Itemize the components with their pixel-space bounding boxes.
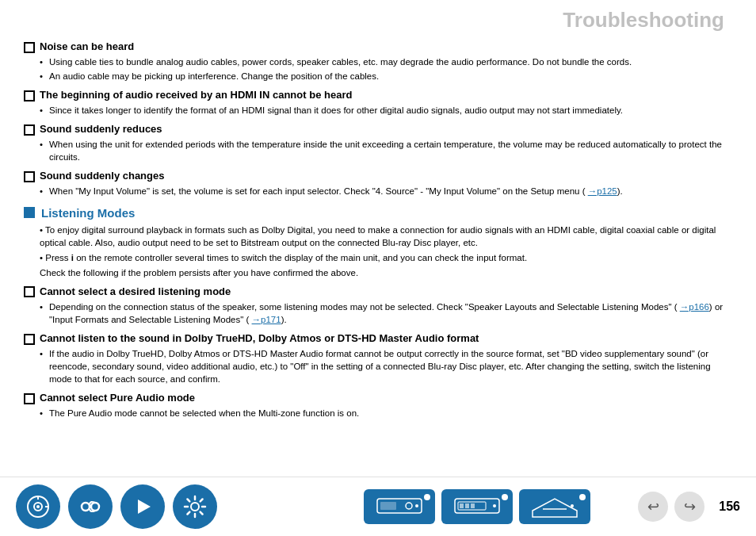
section-pure-bullets: The Pure Audio mode cannot be selected w… [24,407,732,419]
link-p171[interactable]: →p171 [252,315,281,324]
dot-indicator [579,494,586,500]
svg-rect-8 [380,502,396,510]
svg-marker-17 [533,499,577,517]
page-number: 156 [719,500,740,514]
section-listening-title: Listening Modes [41,206,135,220]
section-select-title: Cannot select a desired listening mode [40,285,231,297]
footer-nav: ↩ ↪ 156 [638,492,740,522]
listening-body-2: • Press i on the remote controller sever… [24,251,732,264]
section-dolby-bullets: If the audio in Dolby TrueHD, Dolby Atmo… [24,347,732,385]
checkbox-icon-dolby [24,334,35,345]
listening-body-3: Check the following if the problem persi… [24,266,732,279]
page-container: Troubleshooting Noise can be heard Using… [0,0,756,536]
svg-point-3 [82,503,90,511]
svg-rect-14 [465,503,469,508]
section-listening-header: Listening Modes [24,206,732,220]
listening-body-1: • To enjoy digital surround playback in … [24,224,732,249]
settings-icon[interactable] [173,484,217,529]
section-select-bullets: Depending on the connection status of th… [24,301,732,326]
svg-point-6 [191,503,199,511]
svg-point-2 [36,505,40,508]
bullet-item: Depending on the connection status of th… [40,301,732,326]
footer-icons-left [16,484,217,529]
bullet-item: If the audio in Dolby TrueHD, Dolby Atmo… [40,347,732,385]
connect-icon[interactable] [68,484,113,529]
section-hdmi-header: The beginning of audio received by an HD… [24,89,732,101]
svg-rect-15 [471,503,475,508]
play-icon[interactable] [120,484,165,529]
bullet-item: An audio cable may be picking up interfe… [40,70,732,82]
section-changes-header: Sound suddenly changes [24,170,732,182]
bullet-item: Using cable ties to bundle analog audio … [40,56,732,68]
footer: ↩ ↪ 156 [0,477,756,536]
svg-point-9 [406,503,412,509]
section-select-header: Cannot select a desired listening mode [24,285,732,297]
section-noise-bullets: Using cable ties to bundle analog audio … [24,56,732,82]
remote-icon[interactable] [519,489,590,524]
dot-indicator [424,494,430,500]
section-hdmi-bullets: Since it takes longer to identify the fo… [24,104,732,117]
section-changes-bullets: When "My Input Volume" is set, the volum… [24,185,732,197]
link-p166[interactable]: →p166 [680,302,709,312]
section-noise-header: Noise can be heard [24,40,732,52]
bullet-item: When using the unit for extended periods… [40,138,732,163]
dot-indicator [502,494,508,500]
section-hdmi-title: The beginning of audio received by an HD… [40,89,352,101]
svg-point-16 [493,504,496,507]
section-pure-title: Cannot select Pure Audio mode [40,392,195,404]
section-noise-title: Noise can be heard [40,40,134,52]
svg-point-4 [91,503,99,511]
checkbox-icon-select [24,286,35,297]
receiver-icon-1[interactable] [364,489,435,524]
forward-button[interactable]: ↪ [674,492,704,522]
blue-square-icon [24,207,35,218]
link-p125[interactable]: →p125 [588,186,617,196]
content-area: Noise can be heard Using cable ties to b… [24,40,732,487]
section-reduces-title: Sound suddenly reduces [40,123,162,135]
section-dolby-header: Cannot listen to the sound in Dolby True… [24,332,732,344]
section-changes-title: Sound suddenly changes [40,170,164,182]
footer-icons-middle [364,489,590,524]
section-reduces-bullets: When using the unit for extended periods… [24,138,732,163]
checkbox-icon-noise [24,42,35,53]
section-pure-header: Cannot select Pure Audio mode [24,392,732,404]
bullet-item: When "My Input Volume" is set, the volum… [40,185,732,197]
section-dolby-title: Cannot listen to the sound in Dolby True… [40,332,479,344]
checkbox-icon-changes [24,171,35,182]
section-reduces-header: Sound suddenly reduces [24,123,732,135]
svg-point-19 [571,504,574,507]
bullet-item: Since it takes longer to identify the fo… [40,104,732,117]
checkbox-icon-reduces [24,124,35,136]
disc-icon[interactable] [16,484,60,529]
back-button[interactable]: ↩ [638,492,668,522]
receiver-icon-2[interactable] [441,489,513,524]
svg-marker-5 [138,500,151,514]
svg-rect-13 [460,503,464,508]
svg-point-10 [415,504,418,507]
page-title: Troubleshooting [24,8,732,33]
checkbox-icon-hdmi [24,90,35,101]
checkbox-icon-pure [24,393,35,404]
bullet-item: The Pure Audio mode cannot be selected w… [40,407,732,419]
